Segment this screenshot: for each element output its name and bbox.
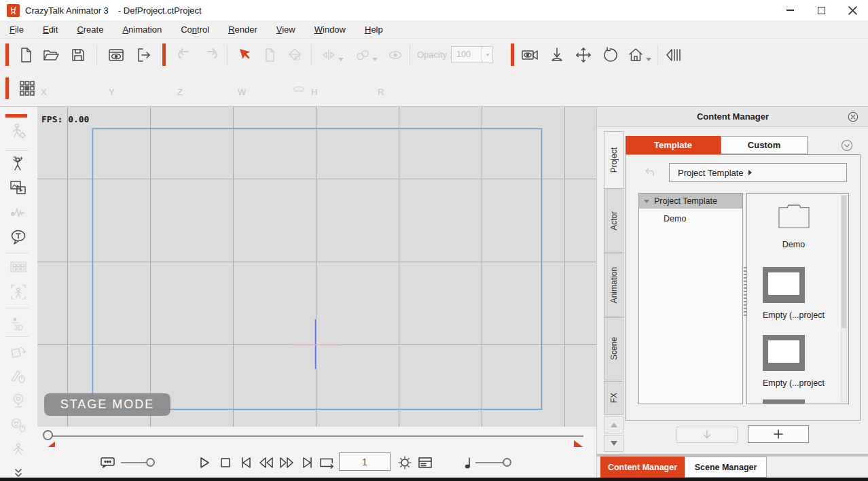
caption-toggle-button[interactable] (101, 455, 115, 470)
scrollbar-thumb[interactable] (842, 196, 846, 328)
prop-rotate-button[interactable] (9, 343, 28, 362)
toolbar-separator (657, 45, 658, 65)
audio-wave-button[interactable] (9, 203, 28, 222)
side-tab-animation[interactable]: Animation (604, 253, 623, 317)
menu-help[interactable]: Help (355, 22, 393, 37)
project-thumbnail[interactable] (763, 335, 805, 371)
loop-button[interactable] (319, 455, 334, 470)
previous-frame-button[interactable] (259, 455, 274, 470)
body-puppet-button[interactable] (9, 440, 28, 459)
frames-grid-button[interactable] (9, 257, 28, 277)
side-tab-fx[interactable]: FX (604, 381, 623, 415)
project-thumbnail-partial[interactable] (763, 399, 805, 404)
sidebar-divider (5, 150, 29, 151)
apply-down-button[interactable] (676, 427, 738, 443)
side-tabs-scroll-down[interactable] (604, 435, 623, 452)
undo-button[interactable] (175, 46, 194, 65)
hand-puppet-button[interactable] (9, 366, 28, 385)
save-project-button[interactable] (69, 46, 88, 65)
pin-to-ground-button[interactable] (547, 46, 566, 65)
frame-counter[interactable] (339, 452, 391, 471)
webcam-button[interactable] (9, 391, 28, 410)
align-grid-button[interactable] (18, 79, 37, 98)
menu-control[interactable]: Control (171, 22, 219, 37)
music-note-icon (460, 455, 475, 470)
content-manager-panel: Content Manager Project Actor Animation … (596, 107, 868, 481)
timeline-panel-button[interactable] (418, 455, 433, 470)
flip-button[interactable] (319, 46, 338, 65)
menu-render[interactable]: Render (219, 22, 267, 37)
add-content-button[interactable] (748, 425, 809, 443)
render-settings-button[interactable] (397, 455, 412, 470)
face-mocap-button[interactable] (9, 416, 28, 435)
panel-close-button[interactable] (847, 111, 859, 123)
side-tab-scene[interactable]: Scene (604, 317, 623, 380)
thumbnail-scrollbar[interactable] (841, 195, 847, 402)
export-button[interactable] (134, 46, 153, 65)
side-tabs-scroll-up[interactable] (604, 416, 623, 433)
redo-button[interactable] (201, 46, 220, 65)
flip-dropdown-icon[interactable] (338, 58, 344, 61)
home-view-dropdown-icon[interactable] (646, 58, 651, 61)
frame-counter-input[interactable] (340, 453, 390, 470)
opacity-dropdown-button[interactable] (482, 47, 492, 63)
go-to-start-button[interactable] (238, 455, 253, 470)
stage-canvas[interactable]: FPS: 0.00 STAGE MODE (37, 107, 596, 427)
z-label: Z (177, 87, 183, 97)
visibility-button[interactable] (386, 46, 405, 65)
menu-create[interactable]: Create (67, 22, 113, 37)
audio-levels-button[interactable] (664, 46, 683, 65)
preview-button[interactable] (107, 46, 126, 65)
next-frame-button[interactable] (279, 455, 294, 470)
volume-slider-handle[interactable] (503, 458, 511, 467)
menu-file[interactable]: File (0, 22, 33, 37)
tree-root[interactable]: Project Template (639, 194, 742, 209)
go-to-end-button[interactable] (300, 455, 315, 470)
actor-setup-button[interactable] (9, 122, 28, 141)
open-project-button[interactable] (41, 46, 60, 65)
link-wh-icon[interactable] (293, 86, 304, 92)
create-actor-button[interactable] (9, 154, 28, 173)
breadcrumb[interactable]: Project Template (669, 163, 847, 182)
3d-motion-button[interactable]: 3D (9, 315, 28, 334)
opacity-dropdown[interactable]: 100 (451, 46, 493, 63)
select-tool-button[interactable] (235, 46, 254, 65)
panel-collapse-button[interactable] (840, 139, 854, 152)
project-thumbnail[interactable] (763, 267, 805, 303)
actor-frame-button[interactable] (9, 283, 28, 302)
folder-item-demo[interactable] (763, 200, 805, 240)
tree-item-demo[interactable]: Demo (639, 212, 742, 226)
minimize-button[interactable] (774, 0, 806, 20)
link-dropdown-icon[interactable] (372, 58, 378, 61)
maximize-button[interactable] (806, 0, 837, 20)
timeline-track[interactable] (47, 435, 583, 437)
media-button[interactable] (9, 179, 28, 198)
play-button[interactable] (197, 455, 212, 470)
close-button[interactable] (837, 0, 868, 20)
tab-template[interactable]: Template (626, 136, 721, 154)
tab-custom[interactable]: Custom (721, 136, 808, 154)
menu-edit[interactable]: Edit (33, 22, 67, 37)
bottom-tab-scene-manager[interactable]: Scene Manager (685, 457, 767, 478)
back-button[interactable] (643, 166, 657, 179)
side-tab-actor[interactable]: Actor (604, 190, 623, 253)
scroll-down-icon (611, 441, 617, 446)
duplicate-button[interactable] (259, 46, 278, 65)
home-view-button[interactable] (626, 46, 645, 65)
rotate-tool-button[interactable] (600, 46, 619, 65)
fill-color-button[interactable] (285, 46, 304, 65)
text-bubble-button[interactable] (9, 228, 28, 247)
timeline-playhead-handle[interactable] (43, 430, 53, 440)
menu-view[interactable]: View (267, 22, 305, 37)
toolbar-accent-bar (5, 43, 9, 66)
side-tab-project[interactable]: Project (604, 131, 623, 189)
menu-window[interactable]: Window (305, 22, 355, 37)
stop-button[interactable] (218, 455, 233, 470)
link-button[interactable] (353, 46, 372, 65)
camera-view-button[interactable] (520, 46, 539, 65)
caption-slider-handle[interactable] (146, 458, 155, 467)
bottom-tab-content-manager[interactable]: Content Manager (600, 457, 685, 478)
menu-animation[interactable]: Animation (113, 22, 171, 37)
move-tool-button[interactable] (574, 46, 593, 65)
new-project-button[interactable] (16, 46, 35, 65)
